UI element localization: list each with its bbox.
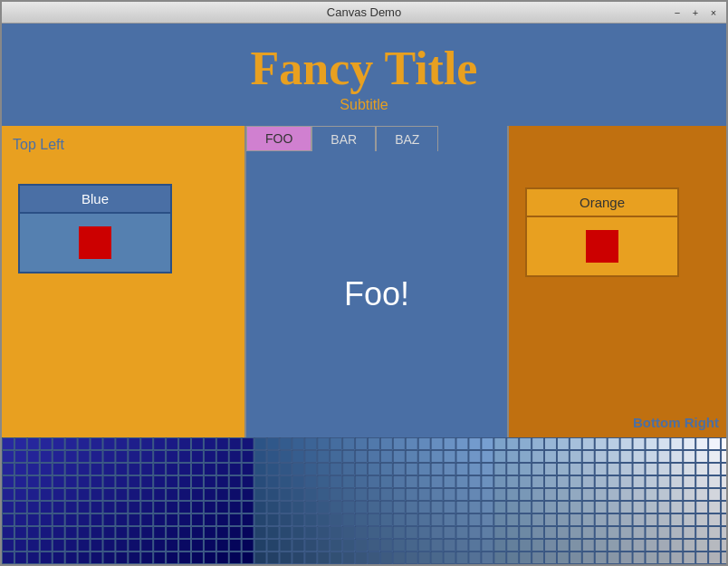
orange-widget: Orange xyxy=(525,187,679,277)
left-panel: Top Left Blue xyxy=(2,126,244,437)
maximize-button[interactable]: + xyxy=(688,5,703,20)
page-subtitle: Subtitle xyxy=(2,97,726,113)
foo-text: Foo! xyxy=(344,275,409,313)
tab-bar[interactable]: FOO BAR BAZ xyxy=(246,126,507,151)
orange-widget-body xyxy=(527,217,677,275)
window-title: Canvas Demo xyxy=(327,5,401,19)
minimize-button[interactable]: − xyxy=(670,5,685,20)
main-area: Top Left Blue FOO BAR xyxy=(2,126,726,437)
bottom-right-label: Bottom Right xyxy=(633,415,719,430)
red-square-right xyxy=(586,230,618,263)
app-window: Canvas Demo − + × Fancy Title Subtitle T… xyxy=(0,0,728,566)
orange-widget-title: Orange xyxy=(527,189,677,217)
blue-widget-body xyxy=(20,214,170,272)
app-content: Fancy Title Subtitle Top Left Blue FOO xyxy=(2,24,726,564)
blue-widget: Blue xyxy=(18,184,172,273)
tab-bar[interactable]: BAR xyxy=(311,126,376,151)
window-controls[interactable]: − + × xyxy=(670,5,721,20)
titlebar: Canvas Demo − + × xyxy=(2,2,726,24)
tab-baz[interactable]: BAZ xyxy=(376,126,438,151)
blue-widget-title: Blue xyxy=(20,186,170,214)
tab-foo[interactable]: FOO xyxy=(246,126,311,151)
bottom-color-grid xyxy=(2,437,726,564)
red-square-left xyxy=(79,226,111,259)
middle-panel: FOO BAR BAZ Foo! xyxy=(244,126,509,437)
color-grid-canvas xyxy=(2,437,726,564)
top-left-label: Top Left xyxy=(9,133,237,157)
tab-content: Foo! xyxy=(246,151,507,437)
header: Fancy Title Subtitle xyxy=(2,24,726,126)
right-panel: Orange Bottom Right xyxy=(509,126,726,437)
close-button[interactable]: × xyxy=(706,5,721,20)
page-title: Fancy Title xyxy=(2,42,726,95)
